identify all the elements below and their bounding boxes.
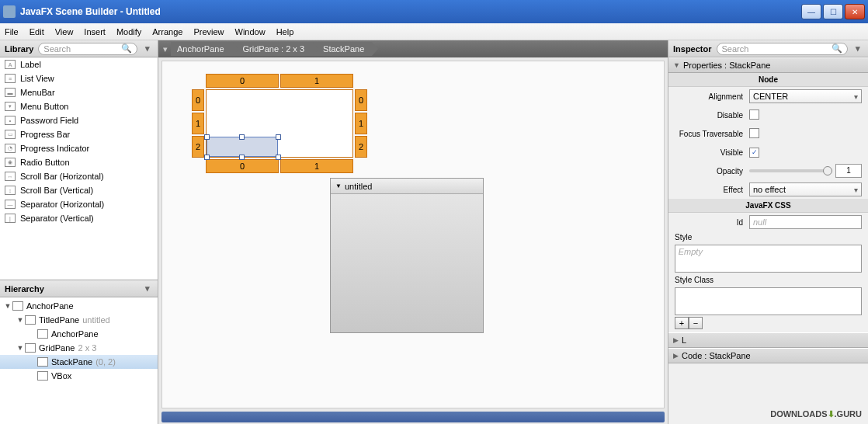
node-icon — [37, 371, 48, 381]
tree-dim: (0, 2) — [95, 357, 116, 367]
properties-title: Properties : StackPane — [683, 61, 771, 70]
grid-col-header-0[interactable]: 0 — [206, 74, 279, 88]
tree-row[interactable]: AnchorPane — [0, 327, 158, 341]
menu-edit[interactable]: Edit — [30, 27, 44, 36]
close-button[interactable]: ✕ — [845, 4, 865, 19]
grid-col-footer-0[interactable]: 0 — [206, 159, 279, 173]
opacity-slider[interactable] — [749, 169, 832, 172]
sel-handle-s[interactable] — [239, 155, 245, 160]
crumb-stackpane[interactable]: StackPane — [312, 42, 372, 56]
node-icon — [25, 343, 36, 353]
hierarchy-tree[interactable]: ▼AnchorPane▼TitledPaneuntitledAnchorPane… — [0, 297, 158, 424]
titledpane-header[interactable]: ▼ untitled — [331, 179, 483, 194]
window-title: JavaFX Scene Builder - Untitled — [20, 6, 801, 17]
library-list[interactable]: ALabel ≡List View ▬MenuBar ▾Menu Button … — [0, 57, 158, 280]
node-icon — [25, 315, 36, 325]
properties-section[interactable]: ▼ Properties : StackPane — [668, 57, 868, 73]
menubar: File Edit View Insert Modify Arrange Pre… — [0, 23, 868, 40]
chevron-down-icon: ▼ — [335, 182, 342, 189]
hierarchy-menu-icon[interactable]: ▾ — [142, 283, 153, 294]
tree-arrow-icon: ▼ — [16, 316, 25, 324]
lib-item-seph[interactable]: —Separator (Horizontal) — [0, 197, 158, 211]
menu-modify[interactable]: Modify — [116, 27, 141, 36]
inspector-menu-icon[interactable]: ▾ — [852, 43, 863, 54]
lib-item-progressbar[interactable]: ▭Progress Bar — [0, 127, 158, 141]
sel-handle-sw[interactable] — [204, 155, 210, 160]
inspector-search[interactable]: Search 🔍 — [717, 43, 848, 55]
node-icon — [12, 301, 23, 311]
effect-combo[interactable]: no effect — [749, 182, 862, 196]
canvas-scrollbar[interactable] — [161, 412, 665, 422]
node-icon — [37, 329, 48, 339]
lib-item-password[interactable]: •Password Field — [0, 113, 158, 127]
lib-item-menubutton[interactable]: ▾Menu Button — [0, 99, 158, 113]
minimize-button[interactable]: — — [801, 4, 821, 19]
tree-row[interactable]: ▼AnchorPane — [0, 299, 158, 313]
lib-item-scrollh[interactable]: ↔Scroll Bar (Horizontal) — [0, 169, 158, 183]
remove-button[interactable]: − — [689, 317, 703, 329]
layout-title: L — [682, 335, 686, 345]
lib-item-scrollv[interactable]: ↕Scroll Bar (Vertical) — [0, 183, 158, 197]
menu-file[interactable]: File — [5, 27, 19, 36]
lib-item-sepv[interactable]: |Separator (Vertical) — [0, 211, 158, 225]
menu-arrange[interactable]: Arrange — [152, 27, 182, 36]
menu-insert[interactable]: Insert — [84, 27, 106, 36]
lib-item-menubar[interactable]: ▬MenuBar — [0, 85, 158, 99]
lib-item-label[interactable]: ALabel — [0, 57, 158, 71]
library-search-placeholder: Search — [43, 44, 71, 54]
menu-preview[interactable]: Preview — [193, 27, 224, 36]
tree-row[interactable]: ▼GridPane2 x 3 — [0, 341, 158, 355]
tree-label: StackPane — [51, 357, 92, 367]
titledpane[interactable]: ▼ untitled — [330, 178, 484, 333]
breadcrumb-back-icon[interactable]: ▾ — [163, 44, 168, 54]
opacity-input[interactable]: 1 — [835, 164, 862, 178]
layout-section[interactable]: ▶ L — [668, 332, 868, 348]
style-textarea[interactable]: Empty — [675, 245, 863, 273]
grid-row-header-1-right[interactable]: 1 — [355, 113, 367, 134]
grid-row-header-0-left[interactable]: 0 — [192, 89, 204, 111]
disable-label: Disable — [675, 111, 749, 120]
library-search[interactable]: Search 🔍 — [38, 43, 137, 55]
visible-checkbox[interactable]: ✓ — [749, 148, 759, 158]
id-input[interactable]: null — [749, 215, 862, 229]
code-section[interactable]: ▶ Code : StackPane — [668, 348, 868, 363]
library-menu-icon[interactable]: ▾ — [142, 43, 153, 54]
crumb-gridpane[interactable]: GridPane : 2 x 3 — [232, 42, 313, 56]
grid-row-header-0-right[interactable]: 0 — [355, 89, 367, 111]
inspector-title: Inspector — [673, 44, 712, 54]
css-subheader: JavaFX CSS — [668, 199, 868, 213]
slider-thumb[interactable] — [823, 166, 832, 176]
sel-handle-n[interactable] — [239, 134, 245, 140]
grid-col-footer-1[interactable]: 1 — [280, 159, 353, 173]
canvas[interactable]: 0 1 0 1 2 0 1 2 0 1 — [161, 61, 665, 408]
sepv-icon: | — [5, 214, 16, 223]
lib-item-radio[interactable]: ◉Radio Button — [0, 155, 158, 169]
focus-checkbox[interactable] — [749, 128, 759, 138]
tree-row[interactable]: StackPane(0, 2) — [0, 355, 158, 369]
grid-row-header-2-left[interactable]: 2 — [192, 136, 204, 158]
inspector-header: Inspector Search 🔍 ▾ — [668, 40, 868, 57]
tree-row[interactable]: VBox — [0, 369, 158, 383]
grid-col-header-1[interactable]: 1 — [280, 74, 353, 88]
sel-handle-ne[interactable] — [276, 134, 281, 140]
alignment-combo[interactable]: CENTER — [749, 89, 862, 103]
menu-view[interactable]: View — [55, 27, 74, 36]
grid-row-header-2-right[interactable]: 2 — [355, 136, 367, 158]
sel-handle-nw[interactable] — [204, 134, 210, 140]
grid-row-header-1-left[interactable]: 1 — [192, 113, 204, 134]
crumb-anchorpane[interactable]: AnchorPane — [171, 42, 232, 56]
disable-checkbox[interactable] — [749, 109, 759, 120]
sel-handle-se[interactable] — [276, 155, 281, 160]
styleclass-textarea[interactable] — [675, 287, 863, 315]
tree-row[interactable]: ▼TitledPaneuntitled — [0, 313, 158, 327]
lib-item-progressind[interactable]: ◔Progress Indicator — [0, 141, 158, 155]
inspector-search-placeholder: Search — [722, 44, 749, 54]
lib-item-listview[interactable]: ≡List View — [0, 71, 158, 85]
add-button[interactable]: + — [675, 317, 689, 329]
id-label: Id — [675, 218, 749, 227]
maximize-button[interactable]: ☐ — [823, 4, 843, 19]
inspector-column: Inspector Search 🔍 ▾ ▼ Properties : Stac… — [668, 40, 868, 424]
menu-help[interactable]: Help — [276, 27, 294, 36]
radio-icon: ◉ — [5, 158, 16, 167]
menu-window[interactable]: Window — [235, 27, 266, 36]
